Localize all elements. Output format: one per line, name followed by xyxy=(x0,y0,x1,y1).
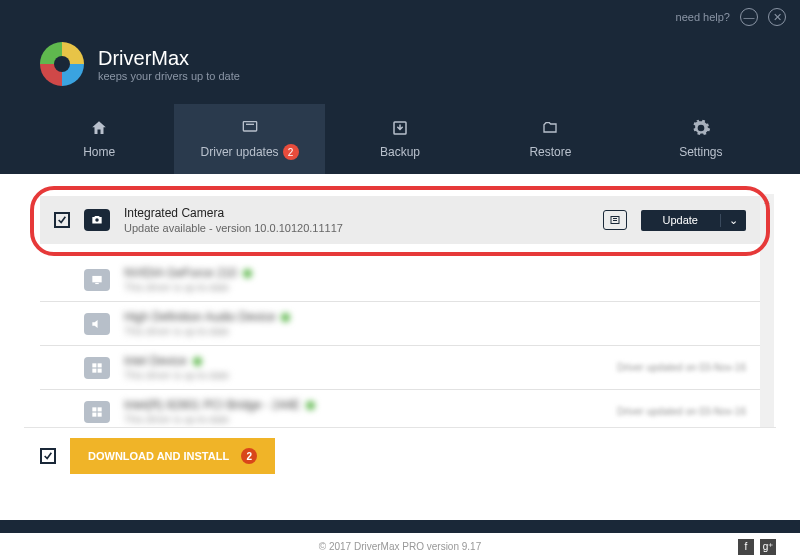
driver-note: Driver updated on 03-Nov-16 xyxy=(617,406,746,417)
driver-note: Driver updated on 03-Nov-16 xyxy=(617,362,746,373)
driver-row: Integrated Camera Update available - ver… xyxy=(40,196,760,244)
windows-icon xyxy=(84,401,110,423)
camera-icon xyxy=(84,209,110,231)
restore-icon xyxy=(539,119,561,137)
copyright: © 2017 DriverMax PRO version 9.17 xyxy=(319,541,481,552)
driver-status: This driver is up-to-date xyxy=(124,282,746,293)
updates-icon xyxy=(239,118,261,136)
row-checkbox[interactable] xyxy=(54,212,70,228)
help-link[interactable]: need help? xyxy=(676,11,730,23)
app-subtitle: keeps your drivers up to date xyxy=(98,70,240,82)
scroll-up-icon[interactable]: ▲ xyxy=(760,194,774,208)
driver-status: This driver is up-to-date xyxy=(124,414,603,425)
svg-rect-13 xyxy=(92,407,96,411)
driver-row: NVIDIA GeForce 210 This driver is up-to-… xyxy=(40,258,760,301)
gear-icon xyxy=(690,119,712,137)
svg-rect-7 xyxy=(92,275,101,281)
home-icon xyxy=(88,119,110,137)
monitor-icon xyxy=(84,269,110,291)
scrollbar[interactable]: ▲ ▼ xyxy=(760,194,774,456)
svg-rect-14 xyxy=(98,407,102,411)
svg-rect-9 xyxy=(92,363,96,367)
svg-point-3 xyxy=(95,218,99,222)
download-label: DOWNLOAD AND INSTALL xyxy=(88,450,229,462)
nav-restore[interactable]: Restore xyxy=(475,104,625,174)
nav-settings[interactable]: Settings xyxy=(626,104,776,174)
svg-rect-15 xyxy=(92,412,96,416)
select-all-checkbox[interactable] xyxy=(40,448,56,464)
update-button-label: Update xyxy=(641,214,720,226)
update-dropdown-icon[interactable]: ⌄ xyxy=(720,214,746,227)
main-nav: Home Driver updates 2 Backup Restore Set… xyxy=(0,104,800,174)
content-area: Integrated Camera Update available - ver… xyxy=(0,174,800,520)
svg-rect-10 xyxy=(98,363,102,367)
status-dot-icon xyxy=(243,269,252,278)
driver-name: Intel Device xyxy=(124,354,187,368)
driver-status: This driver is up-to-date xyxy=(124,326,746,337)
svg-rect-16 xyxy=(98,412,102,416)
svg-rect-0 xyxy=(243,122,256,131)
app-logo-icon xyxy=(40,42,84,86)
driver-row: Intel Device This driver is up-to-date D… xyxy=(40,346,760,389)
app-header: DriverMax keeps your drivers up to date xyxy=(0,34,800,104)
driver-name: NVIDIA GeForce 210 xyxy=(124,266,237,280)
footer: © 2017 DriverMax PRO version 9.17 f g⁺ xyxy=(0,533,800,560)
facebook-icon[interactable]: f xyxy=(738,539,754,555)
google-plus-icon[interactable]: g⁺ xyxy=(760,539,776,555)
audio-icon xyxy=(84,313,110,335)
nav-home[interactable]: Home xyxy=(24,104,174,174)
close-button[interactable]: ✕ xyxy=(768,8,786,26)
minimize-button[interactable]: — xyxy=(740,8,758,26)
nav-driver-updates[interactable]: Driver updates 2 xyxy=(174,104,324,174)
driver-name: Integrated Camera xyxy=(124,206,589,220)
nav-updates-label: Driver updates xyxy=(201,145,279,159)
backup-icon xyxy=(389,119,411,137)
download-install-button[interactable]: DOWNLOAD AND INSTALL 2 xyxy=(70,438,275,474)
driver-status: Update available - version 10.0.10120.11… xyxy=(124,222,589,234)
nav-backup-label: Backup xyxy=(380,145,420,159)
windows-icon xyxy=(84,357,110,379)
nav-backup[interactable]: Backup xyxy=(325,104,475,174)
svg-rect-12 xyxy=(98,368,102,372)
svg-rect-8 xyxy=(95,282,99,283)
driver-name: High Definition Audio Device xyxy=(124,310,275,324)
status-dot-icon xyxy=(281,313,290,322)
updates-badge: 2 xyxy=(283,144,299,160)
driver-row: High Definition Audio Device This driver… xyxy=(40,302,760,345)
download-badge: 2 xyxy=(241,448,257,464)
info-button[interactable] xyxy=(603,210,627,230)
nav-home-label: Home xyxy=(83,145,115,159)
nav-settings-label: Settings xyxy=(679,145,722,159)
action-bar: DOWNLOAD AND INSTALL 2 xyxy=(24,427,776,484)
update-button[interactable]: Update ⌄ xyxy=(641,210,746,231)
status-dot-icon xyxy=(193,357,202,366)
driver-status: This driver is up-to-date xyxy=(124,370,603,381)
app-title: DriverMax xyxy=(98,47,240,70)
status-dot-icon xyxy=(306,401,315,410)
driver-name: Intel(R) 82801 PCI Bridge - 244E xyxy=(124,398,300,412)
svg-rect-11 xyxy=(92,368,96,372)
nav-restore-label: Restore xyxy=(529,145,571,159)
